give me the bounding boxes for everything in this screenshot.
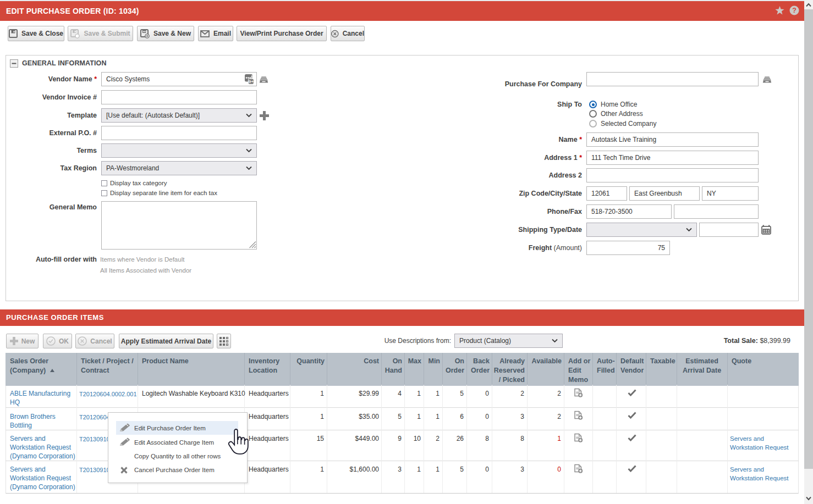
- svg-text:9+: 9+: [249, 79, 254, 84]
- svg-text:?: ?: [792, 7, 796, 14]
